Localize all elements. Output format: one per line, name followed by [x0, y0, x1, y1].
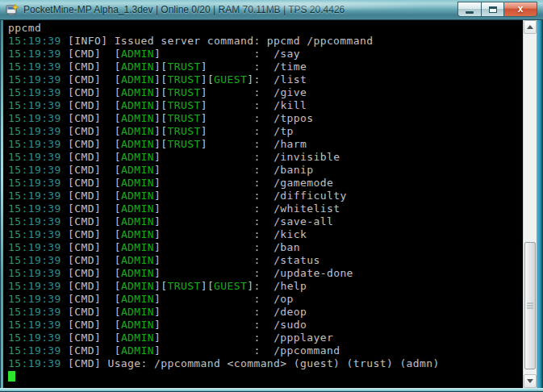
timestamp: 15:19:39 [8, 138, 61, 150]
permission-tag: TRUST [168, 280, 201, 292]
separator: : [253, 73, 274, 85]
separator: : [207, 125, 274, 137]
permission-tag: ADMIN [121, 344, 154, 357]
minimize-dash-icon [466, 11, 474, 14]
console-line: 15:19:39 [CMD] [ADMIN] : /op [8, 293, 523, 306]
timestamp: 15:19:39 [8, 151, 61, 163]
console-line: 15:19:39 [CMD] [ADMIN] : /status [8, 254, 523, 267]
permission-tag: ADMIN [121, 306, 154, 318]
timestamp: 15:19:39 [8, 125, 61, 137]
command-name: /time [274, 60, 307, 73]
permission-tag: ADMIN [121, 164, 154, 176]
separator: : [207, 138, 274, 150]
tag-bracket: [ [115, 267, 121, 279]
timestamp: 15:19:39 [8, 177, 61, 189]
separator: : [207, 86, 274, 98]
scrollbar-thumb[interactable] [524, 242, 536, 369]
tag-bracket: ] [201, 73, 207, 85]
timestamp: 15:19:39 [8, 241, 61, 253]
separator: : [161, 177, 274, 189]
timestamp: 15:19:39 [8, 357, 61, 369]
log-message: [INFO] Issued server command: ppcmd /ppc… [61, 35, 374, 47]
separator: : [161, 215, 274, 227]
tag-bracket: [ [115, 138, 121, 150]
console-output[interactable]: ppcmd15:19:39 [INFO] Issued server comma… [3, 20, 523, 388]
timestamp: 15:19:39 [8, 293, 61, 305]
log-level: [CMD] [61, 138, 115, 150]
log-level: [CMD] [61, 280, 115, 292]
vertical-scrollbar[interactable] [523, 20, 537, 388]
timestamp: 15:19:39 [8, 332, 61, 344]
command-name: /tp [274, 125, 294, 137]
close-button[interactable]: x [503, 2, 537, 17]
permission-tag: ADMIN [121, 73, 154, 85]
permission-tag: ADMIN [121, 241, 154, 253]
tag-bracket: [ [115, 254, 121, 266]
pocketmine-console-window: PocketMine-MP Alpha_1.3dev | Online 0/20… [0, 0, 543, 392]
log-level: [CMD] [61, 190, 115, 202]
command-name: /kill [274, 99, 307, 111]
scroll-down-button[interactable] [524, 374, 537, 388]
timestamp: 15:19:39 [8, 60, 61, 73]
console-line: 15:19:39 [CMD] [ADMIN] : /deop [8, 306, 523, 319]
tag-bracket: [ [115, 293, 121, 305]
permission-tag: TRUST [168, 125, 201, 137]
command-name: /status [274, 254, 320, 266]
command-name: /whitelist [274, 202, 340, 215]
console-line: 15:19:39 [INFO] Issued server command: p… [8, 35, 523, 48]
maximize-button[interactable] [481, 2, 503, 17]
tag-bracket: ] [201, 138, 207, 150]
tag-bracket: [ [115, 280, 121, 292]
console-line: 15:19:39 [CMD] [ADMIN] : /save-all [8, 215, 523, 228]
console-line: 15:19:39 [CMD] [ADMIN][TRUST] : /tp [8, 125, 523, 138]
command-name: /op [274, 293, 294, 305]
window-border-right [537, 20, 543, 392]
log-level: [CMD] [61, 164, 115, 176]
titlebar[interactable]: PocketMine-MP Alpha_1.3dev | Online 0/20… [0, 0, 543, 20]
tag-bracket: [ [115, 306, 121, 318]
timestamp: 15:19:39 [8, 306, 61, 318]
permission-tag: ADMIN [121, 177, 154, 189]
tag-bracket: ] [201, 99, 207, 111]
permission-tag: ADMIN [121, 99, 154, 111]
tag-bracket: [ [161, 125, 167, 137]
command-name: /invisible [274, 151, 340, 163]
console-line: 15:19:39 [CMD] [ADMIN] : /kick [8, 228, 523, 241]
tag-bracket: [ [161, 86, 167, 98]
tag-bracket: ] [201, 60, 207, 73]
log-level: [CMD] [61, 228, 115, 240]
app-icon[interactable] [6, 3, 19, 16]
timestamp: 15:19:39 [8, 48, 61, 60]
console-line: 15:19:39 [CMD] [ADMIN][TRUST] : /give [8, 86, 523, 99]
separator: : [161, 241, 274, 253]
tag-bracket: [ [115, 241, 121, 253]
log-level: [CMD] [61, 99, 115, 111]
console-line: 15:19:39 [CMD] [ADMIN][TRUST][GUEST]: /l… [8, 73, 523, 86]
minimize-button[interactable] [457, 2, 481, 17]
permission-tag: ADMIN [121, 215, 154, 227]
separator: : [161, 306, 274, 318]
console-line: 15:19:39 [CMD] [ADMIN][TRUST] : /time [8, 60, 523, 73]
tag-bracket: [ [115, 319, 121, 331]
timestamp: 15:19:39 [8, 86, 61, 98]
permission-tag: GUEST [214, 280, 247, 292]
timestamp: 15:19:39 [8, 35, 61, 47]
tag-bracket: [ [161, 280, 167, 292]
console-line: 15:19:39 [CMD] [ADMIN][TRUST] : /harm [8, 138, 523, 151]
separator: : [161, 190, 274, 202]
separator: : [161, 332, 274, 344]
separator: : [161, 293, 274, 305]
log-level: [CMD] [61, 241, 115, 253]
caret-up-icon [527, 25, 533, 29]
tag-bracket: [ [161, 99, 167, 111]
command-name: /kick [274, 228, 307, 240]
permission-tag: ADMIN [121, 190, 154, 202]
tag-bracket: ] [201, 86, 207, 98]
separator: : [161, 48, 274, 60]
timestamp: 15:19:39 [8, 215, 61, 227]
tag-bracket: [ [161, 73, 167, 85]
permission-tag: ADMIN [121, 60, 154, 73]
scroll-up-button[interactable] [524, 20, 537, 34]
console-input-echo: ppcmd [8, 22, 41, 34]
window-border-bottom [0, 388, 543, 392]
